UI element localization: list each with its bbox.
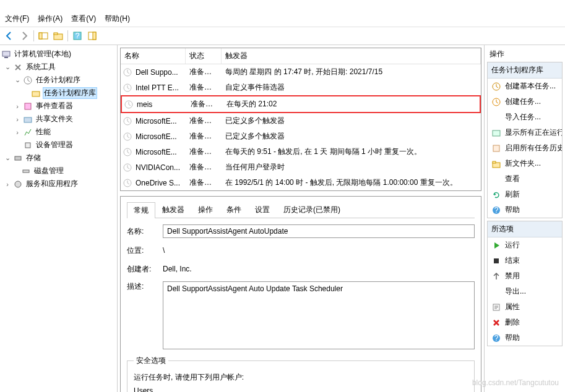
- tree-task-scheduler[interactable]: 任务计划程序: [35, 74, 82, 86]
- col-trigger[interactable]: 触发器: [222, 48, 481, 64]
- tree-storage[interactable]: 存储: [25, 152, 42, 164]
- action-属性[interactable]: 属性: [488, 299, 562, 315]
- run-icon: [491, 241, 501, 250]
- task-status: 准备就绪: [187, 98, 223, 111]
- col-name[interactable]: 名称: [121, 48, 186, 64]
- action-启用所有任务历史[interactable]: 启用所有任务历史: [488, 140, 562, 156]
- action-显示所有正在运行[interactable]: 显示所有正在运行: [488, 125, 562, 140]
- svg-rect-11: [32, 92, 40, 96]
- tree-twisty[interactable]: ›: [14, 116, 21, 123]
- action-新文件夹...[interactable]: 新文件夹...: [488, 156, 562, 171]
- tree-services-apps[interactable]: 服务和应用程序: [25, 178, 79, 190]
- tab-history[interactable]: 历史记录(已禁用): [277, 202, 347, 218]
- label-name: 名称:: [127, 226, 157, 237]
- explorer-icon[interactable]: [37, 29, 50, 43]
- create-icon: [491, 97, 501, 107]
- task-row[interactable]: MicrosoftE... 准备就绪 在每天的 9:51 - 触发后, 在 1 …: [121, 144, 481, 160]
- disable-icon: [491, 271, 501, 281]
- svg-rect-15: [15, 156, 21, 160]
- security-legend: 安全选项: [134, 356, 168, 366]
- tree-twisty[interactable]: ›: [4, 181, 11, 188]
- tree-twisty[interactable]: ⌄: [14, 76, 21, 84]
- tree-device-manager[interactable]: 设备管理器: [35, 139, 74, 151]
- action-创建任务...[interactable]: 创建任务...: [488, 94, 562, 109]
- tab-conditions[interactable]: 条件: [220, 202, 248, 218]
- svg-rect-9: [4, 57, 8, 58]
- action-pane-icon[interactable]: [85, 29, 99, 43]
- action-查看[interactable]: 查看: [488, 171, 562, 187]
- back-icon[interactable]: [2, 29, 16, 43]
- window-title: [0, 0, 565, 11]
- folder-icon[interactable]: [51, 29, 65, 43]
- security-options: 安全选项 运行任务时, 请使用下列用户帐户: Users 只在用户登录时运行: [127, 356, 475, 392]
- action-label: 显示所有正在运行: [505, 127, 562, 138]
- tab-general[interactable]: 常规: [127, 202, 155, 218]
- input-name[interactable]: [163, 224, 475, 238]
- menu-action[interactable]: 操作(A): [38, 14, 63, 24]
- tree-system-tools[interactable]: 系统工具: [25, 61, 57, 73]
- tree-twisty[interactable]: ⌄: [4, 63, 11, 71]
- svg-point-17: [15, 181, 21, 187]
- input-description[interactable]: Dell SupportAssistAgent Auto Update Task…: [163, 281, 475, 349]
- task-status: 准备就绪: [186, 81, 222, 94]
- label-description: 描述:: [127, 281, 157, 292]
- svg-rect-14: [25, 143, 30, 148]
- clock-icon: [123, 83, 132, 92]
- task-row[interactable]: MicrosoftE... 准备就绪 已定义多个触发器: [121, 113, 481, 129]
- clock-icon: [123, 132, 132, 141]
- security-prompt: 运行任务时, 请使用下列用户帐户:: [134, 372, 468, 383]
- action-帮助[interactable]: ?帮助: [488, 202, 562, 218]
- task-row[interactable]: Intel PTT E... 准备就绪 自定义事件筛选器: [121, 80, 481, 95]
- action-删除[interactable]: 删除: [488, 315, 562, 330]
- action-导入任务...[interactable]: 导入任务...: [488, 109, 562, 125]
- tree-twisty[interactable]: ⌄: [4, 154, 11, 162]
- tree-task-library[interactable]: 任务计划程序库: [43, 87, 97, 99]
- task-row[interactable]: meis 准备就绪 在每天的 21:02: [121, 95, 481, 113]
- task-row[interactable]: MicrosoftE... 准备就绪 已定义多个触发器: [121, 129, 481, 144]
- forward-icon[interactable]: [17, 29, 31, 43]
- menu-help[interactable]: 帮助(H): [105, 14, 130, 24]
- task-row[interactable]: NVIDIACon... 准备就绪 当任何用户登录时: [121, 160, 481, 175]
- action-创建基本任务...[interactable]: 创建基本任务...: [488, 79, 562, 94]
- tree-twisty[interactable]: ›: [14, 129, 21, 136]
- action-结束[interactable]: 结束: [488, 253, 562, 268]
- tab-triggers[interactable]: 触发器: [155, 202, 191, 218]
- col-status[interactable]: 状态: [186, 48, 222, 64]
- task-name: Intel PTT E...: [132, 82, 186, 93]
- detail-tabs: 常规 触发器 操作 条件 设置 历史记录(已禁用): [127, 202, 475, 218]
- task-name: NVIDIACon...: [132, 162, 186, 173]
- menu-file[interactable]: 文件(F): [5, 14, 29, 24]
- task-row[interactable]: OneDrive S... 准备就绪 在 1992/5/1 的 14:00 时 …: [121, 175, 481, 190]
- task-row[interactable]: Dell Suppo... 准备就绪 每周的 星期四 的 17:47 时, 开始…: [121, 64, 481, 80]
- svg-rect-8: [2, 51, 10, 56]
- security-user: Users: [134, 386, 468, 392]
- task-details: 常规 触发器 操作 条件 设置 历史记录(已禁用) 名称: 位置: \ 创建者:…: [120, 196, 481, 392]
- tab-actions[interactable]: 操作: [191, 202, 220, 218]
- task-name: meis: [133, 99, 187, 110]
- action-运行[interactable]: 运行: [488, 237, 562, 253]
- action-刷新[interactable]: 刷新: [488, 187, 562, 202]
- task-name: MicrosoftE...: [132, 116, 186, 127]
- svg-rect-12: [25, 103, 31, 109]
- delete-icon: [491, 318, 501, 328]
- menu-view[interactable]: 查看(V): [71, 14, 96, 24]
- help-icon: ?: [491, 205, 501, 215]
- task-status: 准备就绪: [186, 176, 222, 189]
- navigation-tree[interactable]: 计算机管理(本地) ⌄系统工具 ⌄任务计划程序 任务计划程序库 ›事件查看器 ›…: [0, 45, 118, 392]
- action-帮助[interactable]: ?帮助: [488, 330, 562, 346]
- value-author: Dell, Inc.: [163, 263, 475, 275]
- tree-event-viewer[interactable]: 事件查看器: [35, 100, 74, 112]
- action-禁用[interactable]: 禁用: [488, 268, 562, 284]
- tree-disk-management[interactable]: 磁盘管理: [33, 165, 65, 177]
- tab-settings[interactable]: 设置: [248, 202, 277, 218]
- actions-title: 操作: [487, 48, 563, 61]
- action-label: 禁用: [505, 271, 520, 281]
- task-list[interactable]: 名称 状态 触发器 Dell Suppo... 准备就绪 每周的 星期四 的 1…: [120, 48, 481, 191]
- tree-twisty[interactable]: ›: [14, 103, 21, 110]
- help-icon[interactable]: ?: [71, 29, 84, 43]
- tree-root[interactable]: 计算机管理(本地): [13, 48, 72, 60]
- tree-performance[interactable]: 性能: [35, 126, 52, 138]
- action-label: 删除: [505, 317, 520, 328]
- tree-shared-folders[interactable]: 共享文件夹: [35, 113, 74, 125]
- action-导出...[interactable]: 导出...: [488, 284, 562, 299]
